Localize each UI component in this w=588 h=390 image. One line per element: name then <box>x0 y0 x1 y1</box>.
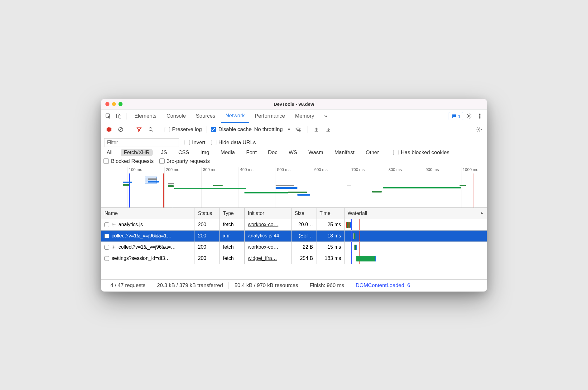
download-har-icon[interactable] <box>324 125 333 134</box>
window-maximize-button[interactable] <box>118 102 123 106</box>
tab-network[interactable]: Network <box>221 110 249 123</box>
filter-funnel-icon[interactable] <box>134 125 144 134</box>
col-size-header[interactable]: Size <box>292 208 316 219</box>
table-row[interactable]: collect?v=1&_v=j96&a=…200fetchworkbox-co… <box>101 241 487 253</box>
separator <box>307 126 307 133</box>
initiator-link[interactable]: analytics.js:44 <box>248 233 279 238</box>
status-requests: 4 / 47 requests <box>105 282 151 289</box>
inspect-icon[interactable] <box>104 111 113 121</box>
tab-sources[interactable]: Sources <box>191 110 219 123</box>
request-name: collect?v=1&_v=j96&a=1… <box>112 233 172 239</box>
table-header-row: Name Status Type Initiator Size Time Wat… <box>101 208 487 219</box>
disable-cache-checkbox[interactable]: Disable cache <box>211 126 252 133</box>
overview-bar <box>297 194 310 196</box>
marker <box>474 173 474 207</box>
tab-console[interactable]: Console <box>162 110 190 123</box>
device-toggle-icon[interactable] <box>114 111 123 121</box>
network-conditions-icon[interactable] <box>293 125 303 134</box>
table-row[interactable]: settings?session_id=df3…200fetchwidget_i… <box>101 253 487 264</box>
type-filter-fetchxhr[interactable]: Fetch/XHR <box>121 149 153 156</box>
svg-point-12 <box>113 224 114 225</box>
overview-bar <box>347 185 351 186</box>
separator <box>130 126 130 133</box>
initiator-link[interactable]: workbox-co… <box>248 222 278 227</box>
separator <box>127 113 127 119</box>
overview-bar <box>244 192 288 193</box>
overview-bar <box>123 184 129 186</box>
row-checkbox[interactable] <box>104 256 109 261</box>
col-initiator-header[interactable]: Initiator <box>245 208 292 219</box>
record-button[interactable] <box>104 125 113 134</box>
timeline-tick: 400 ms <box>239 167 239 207</box>
hide-data-urls-checkbox[interactable]: Hide data URLs <box>211 139 256 146</box>
blocked-requests-checkbox[interactable]: Blocked Requests <box>104 158 154 164</box>
overview-bar <box>288 192 307 193</box>
gear-icon <box>112 222 116 227</box>
search-icon[interactable] <box>146 125 156 134</box>
has-blocked-cookies-checkbox[interactable]: Has blocked cookies <box>393 149 449 156</box>
network-settings-gear-icon[interactable] <box>475 125 484 134</box>
invert-label: Invert <box>192 139 205 146</box>
type-filter-other[interactable]: Other <box>363 149 382 156</box>
type-filter-js[interactable]: JS <box>158 149 170 156</box>
tab-performance[interactable]: Performance <box>250 110 289 123</box>
col-time-header[interactable]: Time <box>316 208 345 219</box>
third-party-label: 3rd-party requests <box>167 158 210 164</box>
clear-icon[interactable] <box>116 125 125 134</box>
timeline-tick: 1000 ms <box>461 167 461 207</box>
type-filter-wasm[interactable]: Wasm <box>305 149 326 156</box>
request-table: Name Status Type Initiator Size Time Wat… <box>101 208 487 280</box>
timeline-overview[interactable]: 100 ms200 ms300 ms400 ms500 ms600 ms700 … <box>101 167 487 208</box>
col-type-header[interactable]: Type <box>220 208 245 219</box>
gear-icon <box>112 245 116 249</box>
tabs-overflow-button[interactable]: » <box>320 110 331 123</box>
throttling-select[interactable]: No throttling ▼ <box>254 126 291 133</box>
type-filter-css[interactable]: CSS <box>175 149 192 156</box>
row-checkbox[interactable] <box>104 222 109 227</box>
upload-har-icon[interactable] <box>312 125 321 134</box>
preserve-log-label: Preserve log <box>172 126 202 133</box>
initiator-link[interactable]: workbox-co… <box>248 244 278 250</box>
timeline-tick: 200 ms <box>164 167 165 207</box>
svg-point-7 <box>480 117 480 118</box>
col-waterfall-header[interactable]: Waterfall <box>345 208 487 219</box>
type-filter-manifest[interactable]: Manifest <box>331 149 358 156</box>
svg-point-9 <box>149 128 152 131</box>
tab-elements[interactable]: Elements <box>130 110 161 123</box>
table-row[interactable]: analytics.js200fetchworkbox-co…20.0…25 m… <box>101 219 487 230</box>
throttling-value: No throttling <box>254 126 283 133</box>
filter-input[interactable] <box>104 138 179 147</box>
tab-memory[interactable]: Memory <box>291 110 318 123</box>
kebab-menu-icon[interactable] <box>475 111 484 121</box>
preserve-log-checkbox[interactable]: Preserve log <box>165 126 202 133</box>
svg-point-5 <box>480 114 480 115</box>
window-minimize-button[interactable] <box>112 102 116 106</box>
separator <box>160 126 160 133</box>
issues-badge[interactable]: 1 <box>449 112 463 120</box>
row-checkbox[interactable] <box>104 234 109 238</box>
timeline-tick: 700 ms <box>350 167 350 207</box>
col-name-header[interactable]: Name <box>101 208 195 219</box>
overview-bar <box>123 182 132 183</box>
type-filter-ws[interactable]: WS <box>286 149 300 156</box>
type-filter-doc[interactable]: Doc <box>265 149 281 156</box>
initiator-link[interactable]: widget_ifra… <box>248 256 277 261</box>
type-filter-media[interactable]: Media <box>217 149 238 156</box>
dcl-marker <box>129 173 130 207</box>
table-row[interactable]: collect?v=1&_v=j96&a=1…200xhranalytics.j… <box>101 230 487 241</box>
type-filter-font[interactable]: Font <box>243 149 260 156</box>
status-resources: 50.4 kB / 970 kB resources <box>229 282 304 289</box>
invert-checkbox[interactable]: Invert <box>185 139 205 146</box>
type-filter-all[interactable]: All <box>104 149 116 156</box>
request-name: settings?session_id=df3… <box>112 256 170 261</box>
row-checkbox[interactable] <box>104 245 109 250</box>
type-filter-img[interactable]: Img <box>197 149 212 156</box>
col-status-header[interactable]: Status <box>195 208 220 219</box>
window-close-button[interactable] <box>105 102 109 106</box>
third-party-checkbox[interactable]: 3rd-party requests <box>159 158 210 164</box>
overview-bar <box>168 185 174 187</box>
settings-gear-icon[interactable] <box>465 111 474 121</box>
timeline-tick: 100 ms <box>127 167 128 207</box>
network-toolbar: Preserve log Disable cache No throttling… <box>101 123 487 136</box>
timeline-tick: 300 ms <box>201 167 202 207</box>
